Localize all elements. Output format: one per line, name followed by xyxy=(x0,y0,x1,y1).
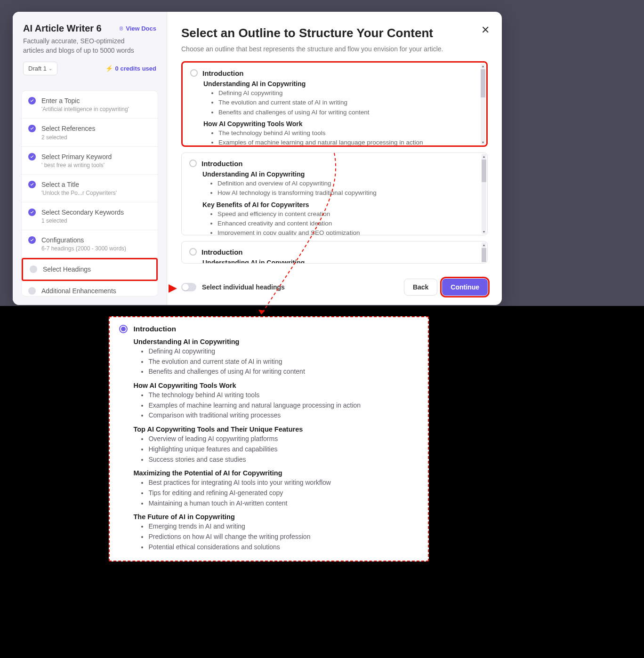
close-button[interactable]: ✕ xyxy=(481,24,490,36)
continue-button[interactable]: Continue xyxy=(442,279,488,296)
check-icon xyxy=(28,125,36,132)
outline-card-2[interactable]: ▴▾IntroductionUnderstanding AI in Copywr… xyxy=(181,152,488,235)
app-title: AI Article Writer 6 xyxy=(23,23,102,34)
detail-heading: The Future of AI in Copywriting xyxy=(133,513,416,521)
outline-card-3[interactable]: ▴▾IntroductionUnderstanding AI in Copywr… xyxy=(181,241,488,264)
toggle-label: Select individual headings xyxy=(202,283,285,291)
individual-headings-toggle[interactable] xyxy=(181,283,196,291)
step-label: Enter a Topic xyxy=(41,96,129,105)
detail-bullet: Success stories and case studies xyxy=(148,455,416,465)
sidebar: AI Article Writer 6 View Docs Factually … xyxy=(13,12,167,305)
outline-bullet: Speed and efficiency in content creation xyxy=(217,209,471,219)
detail-heading: Top AI Copywriting Tools and Their Uniqu… xyxy=(133,425,416,433)
step-configurations[interactable]: Configurations6-7 headings (2000 - 3000 … xyxy=(22,230,158,258)
pending-dot-icon xyxy=(28,287,36,295)
detail-bullet: Maintaining a human touch in AI-written … xyxy=(148,498,416,509)
outline-heading: Understanding AI in Copywriting xyxy=(202,80,470,88)
outline-radio-selected[interactable] xyxy=(119,325,128,333)
step-select-headings[interactable]: Select Headings xyxy=(22,258,158,281)
step-enter-a-topic[interactable]: Enter a Topic'Artificial intelligence in… xyxy=(22,91,158,119)
step-label: Select Headings xyxy=(43,265,91,273)
outline-heading: Understanding AI in Copywriting xyxy=(201,259,471,264)
step-sub: ' best free ai writing tools' xyxy=(41,162,112,169)
outline-intro: Introduction xyxy=(201,248,471,256)
step-additional-enhancements[interactable]: Additional Enhancements xyxy=(22,281,158,297)
outline-intro: Introduction xyxy=(201,160,471,168)
detail-heading: How AI Copywriting Tools Work xyxy=(133,382,416,389)
detail-intro: Introduction xyxy=(133,325,416,333)
detail-bullet: Benefits and challenges of using AI for … xyxy=(148,367,416,377)
outline-bullet: Benefits and challenges of using AI for … xyxy=(218,108,470,117)
outline-radio[interactable] xyxy=(190,69,198,77)
step-select-references[interactable]: Select References2 selected xyxy=(22,119,158,146)
outline-detail-card: IntroductionUnderstanding AI in Copywrit… xyxy=(109,316,429,562)
outline-intro: Introduction xyxy=(202,69,470,77)
draft-selector[interactable]: Draft 1 ⌄ xyxy=(23,62,57,75)
main-panel: ✕ Select an Outline to Structure Your Co… xyxy=(167,12,502,305)
scroll-thumb[interactable] xyxy=(482,248,486,262)
chevron-down-icon: ⌄ xyxy=(48,66,52,71)
outline-bullet: The technology behind AI writing tools xyxy=(218,128,470,138)
scroll-down-icon[interactable]: ▾ xyxy=(481,140,485,144)
scroll-up-icon[interactable]: ▴ xyxy=(482,154,486,159)
outline-bullet: Definition and overview of AI copywritin… xyxy=(217,179,471,188)
check-icon xyxy=(28,236,36,244)
outline-heading: How AI Copywriting Tools Work xyxy=(202,120,470,128)
step-label: Select References xyxy=(41,124,95,133)
step-select-secondary-keywords[interactable]: Select Secondary Keywords1 selected xyxy=(22,202,158,230)
step-label: Configurations xyxy=(41,236,126,244)
scroll-down-icon[interactable]: ▾ xyxy=(482,229,486,234)
outline-radio[interactable] xyxy=(189,248,197,256)
detail-bullet: Emerging trends in AI and writing xyxy=(148,522,416,532)
detail-heading: Understanding AI in Copywriting xyxy=(133,338,416,345)
scroll-thumb[interactable] xyxy=(482,160,486,182)
svg-marker-4 xyxy=(258,310,265,314)
scroll-up-icon[interactable]: ▴ xyxy=(481,64,485,68)
step-label: Select Secondary Keywords xyxy=(41,208,124,217)
step-sub: 1 selected xyxy=(41,217,124,224)
check-icon xyxy=(28,153,36,160)
outline-bullet: The evolution and current state of AI in… xyxy=(218,98,470,107)
outline-heading: Understanding AI in Copywriting xyxy=(201,170,471,178)
check-icon xyxy=(28,209,36,216)
outline-bullet: Defining AI copywriting xyxy=(218,88,470,98)
scroll-up-icon[interactable]: ▴ xyxy=(482,242,486,247)
page-subtitle: Choose an outline that best represents t… xyxy=(181,45,488,53)
detail-bullet: Examples of machine learning and natural… xyxy=(148,401,416,411)
step-sub: 2 selected xyxy=(41,134,95,141)
step-sub: 'Artificial intelligence in copywriting' xyxy=(41,106,129,112)
detail-bullet: The technology behind AI writing tools xyxy=(148,390,416,401)
detail-bullet: Predictions on how AI will change the wr… xyxy=(148,532,416,542)
scroll-thumb[interactable] xyxy=(481,69,485,97)
detail-heading: Maximizing the Potential of AI for Copyw… xyxy=(133,469,416,477)
outline-bullet: How AI technology is transforming tradit… xyxy=(217,188,471,198)
outline-card-1[interactable]: ▴▾IntroductionUnderstanding AI in Copywr… xyxy=(181,61,488,147)
outline-bullet: Improvement in copy quality and SEO opti… xyxy=(217,228,471,235)
credits-used: ⚡ 0 credits used xyxy=(105,65,156,72)
sidebar-description: Factually accurate, SEO-optimized articl… xyxy=(23,37,141,55)
view-docs-label: View Docs xyxy=(126,25,156,32)
detail-bullet: Best practices for integrating AI tools … xyxy=(148,478,416,488)
doc-icon xyxy=(119,26,123,31)
detail-bullet: Defining AI copywriting xyxy=(148,346,416,357)
step-select-a-title[interactable]: Select a Title'Unlock the Po...r Copywri… xyxy=(22,175,158,202)
annotation-arrow-icon xyxy=(169,284,177,293)
pending-dot-icon xyxy=(30,265,37,273)
detail-bullet: Overview of leading AI copywriting platf… xyxy=(148,434,416,444)
footer: Select individual headings Back Continue xyxy=(181,270,488,296)
step-sub: 6-7 headings (2000 - 3000 words) xyxy=(41,245,126,252)
outline-radio[interactable] xyxy=(189,160,197,167)
check-icon xyxy=(28,181,36,188)
detail-bullet: Comparison with traditional writing proc… xyxy=(148,410,416,421)
outline-heading: Key Benefits of AI for Copywriters xyxy=(201,201,471,209)
view-docs-link[interactable]: View Docs xyxy=(119,25,156,32)
outline-bullet: Examples of machine learning and natural… xyxy=(218,138,470,147)
detail-bullet: Highlighting unique features and capabil… xyxy=(148,444,416,455)
step-sub: 'Unlock the Po...r Copywriters' xyxy=(41,190,117,196)
back-button[interactable]: Back xyxy=(404,279,437,296)
step-select-primary-keyword[interactable]: Select Primary Keyword' best free ai wri… xyxy=(22,147,158,175)
steps-list: Enter a Topic'Artificial intelligence in… xyxy=(21,90,158,297)
step-label: Additional Enhancements xyxy=(41,287,116,295)
step-label: Select Primary Keyword xyxy=(41,152,112,161)
step-label: Select a Title xyxy=(41,180,117,189)
